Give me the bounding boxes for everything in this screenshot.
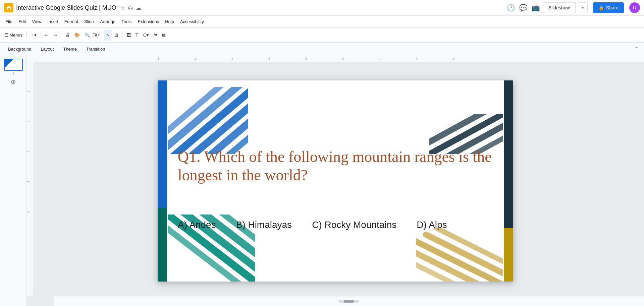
scrollbar-track[interactable] [339,300,359,303]
slide-answers: A) Andes B) Himalayas C) Rocky Mountains… [178,220,493,230]
add-slide-toolbar-button[interactable]: +▾ [29,30,39,41]
transition-button[interactable]: Transition [82,44,109,54]
theme-button[interactable]: Theme [59,44,80,54]
svg-rect-13 [27,62,33,296]
avatar[interactable]: U [629,2,640,13]
ruler-left: 1 2 3 4 5 [27,62,33,296]
shape-button[interactable]: ⬡▾ [141,30,151,41]
image-button[interactable]: 🖼 [124,30,133,41]
canvas-area: 1 2 3 4 5 6 7 8 9 1 2 3 4 5 [27,56,644,306]
connector-button[interactable]: ⊠ [160,30,168,41]
slide-canvas: Q1. Which of the following mountain rang… [158,80,513,282]
menu-view[interactable]: View [29,18,44,25]
zoom-button[interactable]: 🔍 [83,30,92,41]
svg-text:8: 8 [416,57,418,60]
svg-text:5: 5 [305,57,307,60]
svg-text:1: 1 [27,90,30,92]
zoom-value: Fit [93,33,97,38]
menu-tools[interactable]: Tools [119,18,134,25]
main-content: 1 ⊕ 1 2 3 4 5 6 7 8 9 [0,56,644,306]
gold-stripes-bottom-right [416,228,503,282]
svg-line-29 [429,114,493,147]
slide-toolbar: Background Layout Theme Transition ⌃ [0,43,644,56]
history-icon[interactable]: 🕐 [507,4,515,12]
select-button[interactable]: ↖ [104,30,112,41]
menu-bar: File Edit View Insert Format Slide Arran… [0,16,644,28]
menu-edit[interactable]: Edit [16,18,29,25]
menu-help[interactable]: Help [162,18,177,25]
scrollbar-thumb[interactable] [344,300,354,303]
ruler-top: 1 2 3 4 5 6 7 8 9 [27,56,644,62]
add-slide-button[interactable]: ⊕ [4,78,23,86]
svg-text:3: 3 [231,57,233,60]
title-icons: ☆ 🗂 ☁ [120,5,141,11]
slides-panel: 1 ⊕ [0,56,27,306]
share-label: Share [606,5,619,10]
undo-button[interactable]: ↩ [43,30,51,41]
app-icon [4,3,13,12]
teal-bottom-left [158,208,167,282]
answer-c: C) Rocky Mountains [312,220,396,230]
menus-button[interactable]: ☰ Menus [3,30,24,41]
svg-text:6: 6 [342,57,344,60]
svg-text:7: 7 [379,57,381,60]
text-button[interactable]: T [133,30,140,41]
slideshow-dropdown-button[interactable]: ▾ [578,2,588,13]
separator-5 [122,32,122,39]
paint-format-button[interactable]: 🎨 [72,30,82,41]
separator-3 [61,32,61,39]
cloud-icon[interactable]: ☁ [136,5,141,11]
menus-label: Menus [9,33,22,38]
chat-icon[interactable]: 💬 [519,4,528,12]
svg-text:9: 9 [453,57,454,60]
slide-1-number: 1 [12,71,14,75]
svg-text:4: 4 [268,57,270,60]
svg-rect-1 [8,8,10,10]
svg-text:3: 3 [27,151,30,152]
zoom-control[interactable]: Fit ▾ [93,33,100,38]
slide-question: Q1. Which of the following mountain rang… [178,147,493,184]
star-icon[interactable]: ☆ [120,5,125,11]
menu-slide[interactable]: Slide [82,18,97,25]
slide-1-container: 1 [4,59,23,75]
answer-d: D) Alps [417,220,447,230]
move-button[interactable]: ⊞ [112,30,120,41]
present-icon[interactable]: 📺 [532,4,540,12]
gold-bottom-right [504,228,513,282]
menu-format[interactable]: Format [62,18,81,25]
plus-icon: + [31,33,34,38]
redo-button[interactable]: ↪ [51,30,59,41]
svg-text:2: 2 [195,57,196,60]
bottom-bar [54,296,644,306]
answer-a: A) Andes [178,220,216,230]
svg-text:4: 4 [27,181,30,183]
collapse-toolbar-icon[interactable]: ⌃ [633,45,640,54]
folder-icon[interactable]: 🗂 [128,5,133,11]
cursor-icon: ↖ [106,33,110,38]
line-button[interactable]: /▾ [152,30,159,41]
menu-file[interactable]: File [3,18,15,25]
title-bar: Interactive Google Slides Quiz | MUO ☆ 🗂… [0,0,644,16]
answer-b: B) Himalayas [236,220,292,230]
menu-accessibility[interactable]: Accessibility [177,18,207,25]
doc-title: Interactive Google Slides Quiz | MUO [16,4,116,11]
zoom-dropdown-icon: ▾ [98,33,100,37]
menu-insert[interactable]: Insert [45,18,61,25]
separator-4 [102,32,102,39]
lock-icon: 🔒 [598,5,604,10]
menu-extensions[interactable]: Extensions [135,18,162,25]
slide-1-thumbnail[interactable] [4,59,23,71]
separator-2 [41,32,41,39]
print-button[interactable]: 🖨 [63,30,72,41]
layout-button[interactable]: Layout [37,44,58,54]
separator-1 [26,32,27,39]
share-button[interactable]: 🔒 Share [593,2,624,13]
menu-arrange[interactable]: Arrange [97,18,118,25]
slide-thumb-preview [5,59,22,70]
svg-text:5: 5 [27,211,30,213]
blue-stripes-top-left [168,87,248,154]
background-button[interactable]: Background [4,44,35,54]
svg-rect-2 [27,56,644,62]
menu-icon: ☰ [5,33,9,38]
slideshow-button[interactable]: Slideshow [543,2,576,13]
